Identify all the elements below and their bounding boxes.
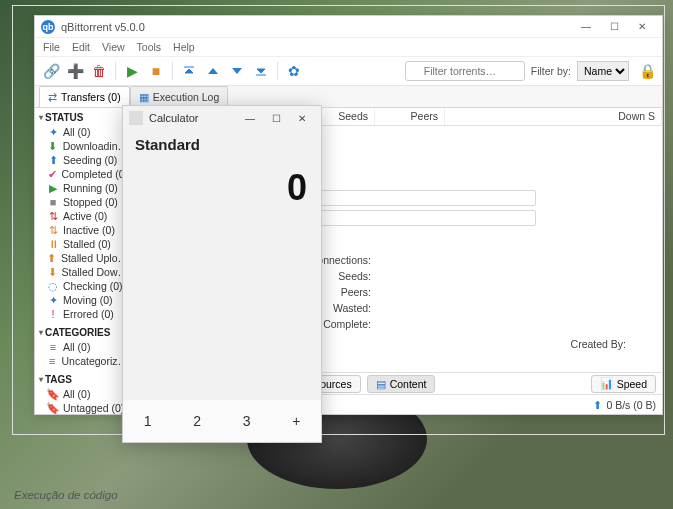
- calc-key[interactable]: [272, 357, 322, 400]
- calc-keypad-upper: [123, 227, 321, 400]
- sidebar-item[interactable]: ⇅Inactive (0): [39, 223, 130, 237]
- sidebar-item-label: Stalled Dow…: [61, 266, 128, 278]
- add-link-button[interactable]: 🔗: [41, 61, 61, 81]
- calc-key[interactable]: [272, 270, 322, 313]
- menu-edit[interactable]: Edit: [72, 41, 90, 53]
- window-title: qBittorrent v5.0.0: [61, 21, 145, 33]
- status-icon: ⬇: [47, 140, 59, 152]
- move-bottom-button[interactable]: [251, 61, 271, 81]
- calc-key-3[interactable]: 3: [222, 400, 272, 442]
- col-peers[interactable]: Peers: [375, 108, 445, 125]
- app-icon: qb: [41, 20, 55, 34]
- sidebar-item[interactable]: ◌Checking (0): [39, 279, 130, 293]
- calc-titlebar: Calculator — ☐ ✕: [123, 106, 321, 130]
- calc-minimize-button[interactable]: —: [237, 108, 263, 128]
- calc-key[interactable]: [222, 227, 272, 270]
- titlebar: qb qBittorrent v5.0.0 — ☐ ✕: [35, 16, 662, 38]
- close-button[interactable]: ✕: [628, 18, 656, 36]
- status-icon: ⬆: [47, 154, 59, 166]
- tab-execlog-label: Execution Log: [153, 91, 220, 103]
- sidebar-item[interactable]: 🔖Untagged (0): [39, 401, 130, 414]
- minimize-button[interactable]: —: [572, 18, 600, 36]
- transfers-icon: ⇄: [48, 91, 57, 104]
- calc-key[interactable]: [272, 314, 322, 357]
- calc-key[interactable]: [272, 227, 322, 270]
- sidebar-item[interactable]: ⏸Stalled (0): [39, 237, 130, 251]
- sidebar-item[interactable]: ✦All (0): [39, 125, 130, 139]
- calc-maximize-button[interactable]: ☐: [263, 108, 289, 128]
- sidebar-item[interactable]: ⬇Stalled Dow…: [39, 265, 130, 279]
- side-header[interactable]: CATEGORIES: [39, 325, 130, 340]
- sidebar-item-label: All (0): [63, 126, 90, 138]
- sidebar-item[interactable]: ⇅Active (0): [39, 209, 130, 223]
- menu-tools[interactable]: Tools: [137, 41, 162, 53]
- sidebar-item[interactable]: ⬆Seeding (0): [39, 153, 130, 167]
- col-down-speed[interactable]: Down S: [445, 108, 662, 125]
- maximize-button[interactable]: ☐: [600, 18, 628, 36]
- lock-icon[interactable]: 🔒: [639, 63, 656, 79]
- status-icon: ≡: [47, 355, 57, 367]
- move-up-button[interactable]: [203, 61, 223, 81]
- delete-button[interactable]: 🗑: [89, 61, 109, 81]
- sidebar-item[interactable]: ≡All (0): [39, 340, 130, 354]
- tab-transfers[interactable]: ⇄ Transfers (0): [39, 86, 130, 107]
- calc-mode[interactable]: Standard: [123, 130, 321, 153]
- sidebar-item-label: Moving (0): [63, 294, 113, 306]
- sidebar-item[interactable]: ✔Completed (0): [39, 167, 130, 181]
- sidebar-item-label: Inactive (0): [63, 224, 115, 236]
- status-icon: ⏸: [47, 238, 59, 250]
- tab-content[interactable]: ▤Content: [367, 375, 436, 393]
- calc-key[interactable]: [173, 227, 223, 270]
- move-top-button[interactable]: [179, 61, 199, 81]
- calc-key[interactable]: [173, 314, 223, 357]
- filter-select[interactable]: Name: [577, 61, 629, 81]
- calc-key[interactable]: [123, 357, 173, 400]
- status-icon: ⇅: [47, 224, 59, 236]
- calc-key[interactable]: [173, 357, 223, 400]
- status-icon: ✦: [47, 294, 59, 306]
- sidebar-item-label: Completed (0): [61, 168, 128, 180]
- calc-key[interactable]: [123, 270, 173, 313]
- calc-key[interactable]: [123, 314, 173, 357]
- sidebar-item[interactable]: !Errored (0): [39, 307, 130, 321]
- calc-key[interactable]: [222, 314, 272, 357]
- calc-key[interactable]: [173, 270, 223, 313]
- calc-key-plus[interactable]: +: [272, 400, 322, 442]
- sidebar-item[interactable]: ⬆Stalled Uplo…: [39, 251, 130, 265]
- search-input[interactable]: [405, 61, 525, 81]
- settings-button[interactable]: ✿: [284, 61, 304, 81]
- sidebar-item-label: All (0): [63, 341, 90, 353]
- sidebar-item-label: Errored (0): [63, 308, 114, 320]
- sidebar-item[interactable]: ⬇Downloadin…: [39, 139, 130, 153]
- sidebar-item-label: Stalled (0): [63, 238, 111, 250]
- calc-close-button[interactable]: ✕: [289, 108, 315, 128]
- add-torrent-button[interactable]: ➕: [65, 61, 85, 81]
- log-icon: ▦: [139, 91, 149, 104]
- sidebar-item[interactable]: ▶Running (0): [39, 181, 130, 195]
- side-header[interactable]: STATUS: [39, 110, 130, 125]
- sidebar-item[interactable]: ≡Uncategoriz…: [39, 354, 130, 368]
- pause-button[interactable]: ■: [146, 61, 166, 81]
- calc-key[interactable]: [222, 270, 272, 313]
- sidebar-item[interactable]: 🔖All (0): [39, 387, 130, 401]
- calc-key[interactable]: [222, 357, 272, 400]
- menu-file[interactable]: File: [43, 41, 60, 53]
- tab-execution-log[interactable]: ▦ Execution Log: [130, 86, 229, 107]
- calc-key[interactable]: [123, 227, 173, 270]
- calc-display: 0: [123, 153, 321, 213]
- status-icon: 🔖: [47, 388, 59, 400]
- calc-key-2[interactable]: 2: [173, 400, 223, 442]
- calc-key-1[interactable]: 1: [123, 400, 173, 442]
- start-button[interactable]: ▶: [122, 61, 142, 81]
- tab-speed[interactable]: 📊Speed: [591, 375, 656, 393]
- menu-help[interactable]: Help: [173, 41, 195, 53]
- menu-view[interactable]: View: [102, 41, 125, 53]
- calc-keypad-row: 1 2 3 +: [123, 400, 321, 442]
- status-icon: ■: [47, 196, 59, 208]
- sidebar-item-label: Stalled Uplo…: [61, 252, 128, 264]
- sidebar-item-label: All (0): [63, 388, 90, 400]
- sidebar-item[interactable]: ■Stopped (0): [39, 195, 130, 209]
- side-header[interactable]: TAGS: [39, 372, 130, 387]
- move-down-button[interactable]: [227, 61, 247, 81]
- sidebar-item[interactable]: ✦Moving (0): [39, 293, 130, 307]
